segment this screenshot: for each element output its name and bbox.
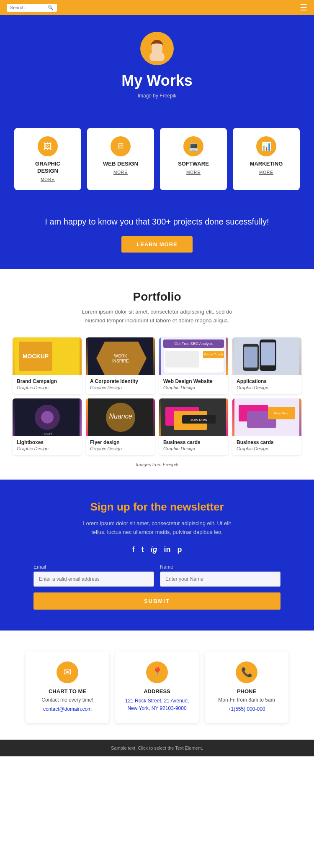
search-box[interactable]: 🔍 xyxy=(7,4,57,12)
svg-marker-6 xyxy=(96,342,147,375)
portfolio-item-category: Graphic Design xyxy=(163,385,224,390)
instagram-link[interactable]: ig xyxy=(151,545,157,554)
portfolio-item[interactable]: LIGHT Lightboxes Graphic Design xyxy=(13,398,82,455)
portfolio-image-corporate: WORKINSPIRE xyxy=(86,337,155,375)
portfolio-image-cards2: Even More xyxy=(232,398,301,436)
contact-section: ✉ CHART TO ME Contact me every time! con… xyxy=(0,631,314,740)
email-input[interactable] xyxy=(33,572,154,587)
contact-link-address[interactable]: 121 Rock Street, 21 Avenue, New York, NY… xyxy=(124,697,190,712)
service-title-software: SOFTWARE xyxy=(178,161,209,168)
svg-text:Get Free SEO Analysis: Get Free SEO Analysis xyxy=(175,342,214,346)
svg-rect-20 xyxy=(244,347,257,368)
newsletter-form-row: Email Name xyxy=(33,564,281,587)
contact-desc-phone: Mon-Fri from 8am to 5am xyxy=(213,697,280,703)
contact-link-chat[interactable]: contact@domain.com xyxy=(34,705,101,713)
newsletter-section: Sign up for the newsletter Lorem ipsum d… xyxy=(0,480,314,631)
services-section: 🖼 GRAPHICDESIGN MORE 🖥 WEB DESIGN MORE 💻… xyxy=(0,120,314,207)
portfolio-item-category: Graphic Design xyxy=(90,446,151,451)
phone-icon: 📞 xyxy=(236,661,257,683)
name-label: Name xyxy=(160,564,281,570)
portfolio-item-category: Graphic Design xyxy=(237,446,297,451)
web-more-link[interactable]: MORE xyxy=(113,170,128,175)
portfolio-image-lightboxes: LIGHT xyxy=(13,398,82,436)
svg-point-23 xyxy=(41,411,54,424)
marketing-more-link[interactable]: MORE xyxy=(259,170,273,175)
portfolio-item[interactable]: Even More Business cards Graphic Design xyxy=(232,398,301,455)
contact-title-phone: PHONE xyxy=(213,688,280,694)
header: 🔍 ☰ xyxy=(0,0,314,15)
contact-title-address: ADDRESS xyxy=(124,688,190,694)
pinterest-link[interactable]: p xyxy=(178,545,182,554)
portfolio-item[interactable]: Nuance Flyer design Graphic Design xyxy=(86,398,155,455)
submit-button[interactable]: SUBMIT xyxy=(33,592,281,610)
portfolio-item-category: Graphic Design xyxy=(237,385,297,390)
svg-text:Get in Touch: Get in Touch xyxy=(204,352,223,356)
location-icon: 📍 xyxy=(146,661,168,683)
name-form-group: Name xyxy=(160,564,281,587)
hamburger-menu[interactable]: ☰ xyxy=(300,3,307,13)
svg-rect-13 xyxy=(165,351,199,368)
svg-text:Nuance: Nuance xyxy=(109,413,132,420)
portfolio-item-category: Graphic Design xyxy=(90,385,151,390)
service-card-graphic: 🖼 GRAPHICDESIGN MORE xyxy=(14,128,81,190)
email-form-group: Email xyxy=(33,564,154,587)
contact-link-phone[interactable]: +1(555) 000-000 xyxy=(213,705,280,713)
learn-more-button[interactable]: LEARN MORE xyxy=(121,236,192,253)
portfolio-item[interactable]: Get Free SEO AnalysisGet in Touch Web De… xyxy=(159,337,228,394)
contact-title-chat: CHART TO ME xyxy=(34,688,101,694)
facebook-link[interactable]: f xyxy=(132,545,135,554)
contact-card-address: 📍 ADDRESS 121 Rock Street, 21 Avenue, Ne… xyxy=(115,651,199,723)
search-input[interactable] xyxy=(10,5,48,10)
portfolio-item-title: A Corporate Identity xyxy=(90,378,151,384)
portfolio-credit: Images from Freepik xyxy=(13,462,301,467)
contact-card-phone: 📞 PHONE Mon-Fri from 8am to 5am +1(555) … xyxy=(205,651,288,723)
svg-text:INSPIRE: INSPIRE xyxy=(112,359,129,363)
contact-desc-chat: Contact me every time! xyxy=(34,697,101,703)
software-more-link[interactable]: MORE xyxy=(186,170,201,175)
linkedin-link[interactable]: in xyxy=(164,545,171,554)
portfolio-item-title: Business cards xyxy=(163,439,224,445)
portfolio-item-title: Lightboxes xyxy=(17,439,77,445)
marketing-icon: 📊 xyxy=(256,136,276,156)
portfolio-item-title: Web Design Website xyxy=(163,378,224,384)
twitter-link[interactable]: t xyxy=(142,545,144,554)
svg-text:MOCKUP: MOCKUP xyxy=(23,353,49,360)
portfolio-item-title: Business cards xyxy=(237,439,297,445)
service-card-software: 💻 SOFTWARE MORE xyxy=(160,128,227,190)
name-input[interactable] xyxy=(160,572,281,587)
portfolio-image-apps xyxy=(232,337,301,375)
graphic-design-icon: 🖼 xyxy=(38,136,58,156)
portfolio-item[interactable]: MOCKUP Brand Campaign Graphic Design xyxy=(13,337,82,394)
newsletter-description: Lorem ipsum dolor sit amet, consectetur … xyxy=(77,519,237,537)
service-card-web: 🖥 WEB DESIGN MORE xyxy=(87,128,154,190)
svg-text:Even More: Even More xyxy=(274,412,288,415)
hero-section: My Works Image by Freepik xyxy=(0,15,314,120)
projects-cta-text: I am happy to know you that 300+ project… xyxy=(17,215,297,228)
portfolio-section: Portfolio Lorem ipsum dolor sit amet, co… xyxy=(0,269,314,480)
projects-cta-section: I am happy to know you that 300+ project… xyxy=(0,207,314,269)
portfolio-item[interactable]: WORKINSPIRE A Corporate Identity Graphic… xyxy=(86,337,155,394)
hero-title: My Works xyxy=(8,72,306,89)
portfolio-item-title: Brand Campaign xyxy=(17,378,77,384)
portfolio-item[interactable]: JOIN NOW Business cards Graphic Design xyxy=(159,398,228,455)
portfolio-item-category: Graphic Design xyxy=(17,446,77,451)
avatar xyxy=(140,32,174,65)
service-title-web: WEB DESIGN xyxy=(103,161,138,168)
portfolio-image-web: Get Free SEO AnalysisGet in Touch xyxy=(159,337,228,375)
web-design-icon: 🖥 xyxy=(111,136,131,156)
portfolio-image-cards1: JOIN NOW xyxy=(159,398,228,436)
hero-subtitle: Image by Freepik xyxy=(8,93,306,99)
service-card-marketing: 📊 MARKETING MORE xyxy=(233,128,300,190)
portfolio-item-title: Flyer design xyxy=(90,439,151,445)
email-label: Email xyxy=(33,564,154,570)
portfolio-image-brand: MOCKUP xyxy=(13,337,82,375)
social-icons-row: f t ig in p xyxy=(33,545,281,554)
svg-text:LIGHT: LIGHT xyxy=(42,432,52,436)
software-icon: 💻 xyxy=(183,136,203,156)
search-icon: 🔍 xyxy=(48,5,54,10)
graphic-more-link[interactable]: MORE xyxy=(41,177,55,182)
portfolio-item[interactable]: Applications Graphic Design xyxy=(232,337,301,394)
email-icon: ✉ xyxy=(57,661,78,683)
svg-rect-18 xyxy=(261,342,275,365)
svg-text:WORK: WORK xyxy=(114,354,127,358)
